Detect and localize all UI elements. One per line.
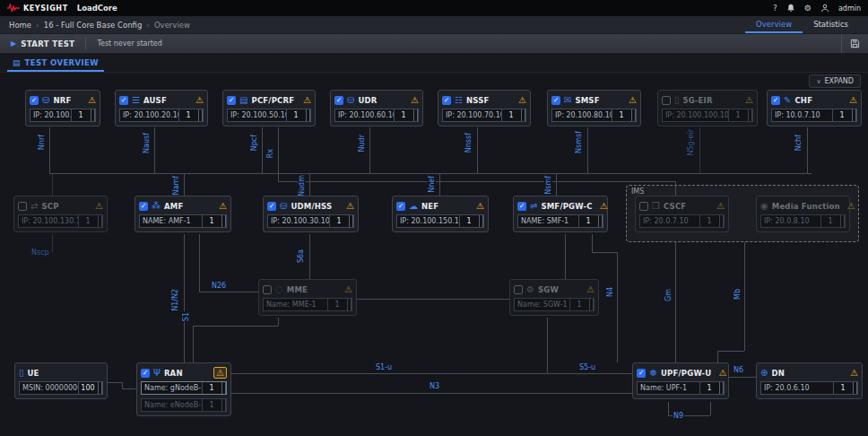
- node-checkbox[interactable]: [263, 285, 272, 294]
- warning-icon[interactable]: ⚠: [346, 201, 354, 211]
- count-field[interactable]: 1: [820, 215, 839, 227]
- warning-icon[interactable]: ⚠: [716, 201, 725, 211]
- count-field[interactable]: 1: [327, 299, 346, 310]
- node-checkbox[interactable]: [18, 202, 27, 211]
- node-upf[interactable]: ✓☸UPF/PGW-U⚠Name: UPF-11: [632, 362, 729, 399]
- node-nssf[interactable]: ✓☷NSSF⚠IP: 20.100.70.101: [438, 90, 531, 126]
- node-checkbox[interactable]: ✓: [442, 96, 451, 105]
- count-field[interactable]: 1: [286, 109, 305, 121]
- link-label-nscp: Nscp: [30, 249, 50, 257]
- expand-button[interactable]: ∨ EXPAND: [809, 74, 861, 88]
- count-field[interactable]: 1: [202, 382, 221, 394]
- warning-icon[interactable]: ⚠: [88, 95, 96, 105]
- node-checkbox[interactable]: ✓: [267, 202, 276, 211]
- wheel-icon: ☸: [649, 369, 657, 378]
- node-sgw[interactable]: ⚙SGW⚠Name: SGW-11: [509, 279, 599, 316]
- count-field[interactable]: 1: [329, 215, 348, 227]
- count-field[interactable]: 1: [699, 382, 718, 394]
- node-eir[interactable]: ▯5G-EIR⚠IP: 20.100.100.101: [657, 90, 758, 126]
- warning-icon[interactable]: ⚠: [411, 95, 419, 105]
- warning-icon[interactable]: ⚠: [586, 284, 595, 294]
- warning-icon[interactable]: ⚠: [219, 201, 227, 211]
- node-cscf[interactable]: ❒CSCF⚠IP: 20.0.7.101: [635, 196, 729, 232]
- node-checkbox[interactable]: [514, 285, 523, 294]
- node-smf[interactable]: ✓⇌SMF/PGW-C⚠NAME: SMF-11: [513, 196, 608, 232]
- warning-icon[interactable]: ⚠: [95, 201, 103, 211]
- node-chf[interactable]: ✓✎CHF⚠IP: 10.0.7.101: [767, 90, 862, 126]
- link-label-nnssf: Nnssf: [464, 132, 473, 153]
- warning-icon[interactable]: ⚠: [213, 367, 227, 379]
- count-field[interactable]: 1: [178, 109, 197, 121]
- count-field[interactable]: 1: [728, 109, 747, 121]
- username-label[interactable]: admin: [838, 4, 861, 13]
- breadcrumb-home[interactable]: Home: [9, 21, 31, 30]
- node-checkbox[interactable]: ✓: [119, 96, 128, 105]
- node-checkbox[interactable]: ✓: [771, 96, 780, 105]
- warning-icon[interactable]: ⚠: [303, 95, 311, 105]
- tab-overview[interactable]: Overview: [745, 16, 803, 33]
- node-amf[interactable]: ✓⁂AMF⚠NAME: AMF-11: [135, 196, 231, 232]
- count-field[interactable]: 1: [459, 215, 478, 227]
- node-ran[interactable]: ✓ΨRAN⚠Name: gNodeB-11Name: eNodeB-11: [136, 362, 231, 416]
- count-field[interactable]: 1: [394, 109, 412, 121]
- count-field[interactable]: 1: [202, 399, 221, 411]
- node-udm[interactable]: ✓⛁UDM/HSS⚠IP: 20.100.30.101: [263, 196, 359, 232]
- user-avatar-icon[interactable]: [820, 4, 829, 13]
- warning-icon[interactable]: ⚠: [850, 368, 858, 378]
- node-checkbox[interactable]: ✓: [637, 369, 646, 378]
- breadcrumb-config[interactable]: 16 - Full Core Base Config: [44, 21, 143, 30]
- node-checkbox[interactable]: ✓: [551, 96, 560, 105]
- node-media[interactable]: ◉Media Function⚠IP: 20.0.8.101: [756, 196, 850, 232]
- count-field[interactable]: 1: [78, 215, 97, 227]
- node-ue[interactable]: ▯UEMSIN: 000000001100: [14, 362, 108, 399]
- warning-icon[interactable]: ⚠: [745, 95, 753, 105]
- node-scp[interactable]: ⇄SCP⚠IP: 20.100.130.101: [13, 196, 108, 232]
- count-field[interactable]: 1: [569, 299, 588, 310]
- node-checkbox[interactable]: ✓: [141, 369, 150, 378]
- node-checkbox[interactable]: ✓: [227, 96, 236, 105]
- warning-icon[interactable]: ⚠: [849, 95, 857, 105]
- count-field[interactable]: 100: [78, 382, 97, 394]
- warning-icon[interactable]: ⚠: [600, 201, 608, 211]
- count-field[interactable]: 1: [71, 109, 90, 121]
- warning-icon[interactable]: ⚠: [518, 95, 526, 105]
- node-nrf[interactable]: ✓⛁NRF⚠IP: 20.100.1.101: [25, 90, 100, 126]
- count-field[interactable]: 1: [699, 215, 718, 227]
- warning-icon[interactable]: ⚠: [847, 201, 855, 211]
- node-checkbox[interactable]: ✓: [30, 96, 39, 105]
- topology-canvas[interactable]: ∨ EXPAND IMSNnrfNausfNpcfRxNudrNnssfNsms…: [0, 73, 868, 436]
- count-field[interactable]: 1: [612, 109, 630, 121]
- settings-gear-icon[interactable]: ⚙: [804, 4, 812, 13]
- node-nef[interactable]: ✓☁NEF⚠IP: 20.100.150.101: [392, 196, 489, 232]
- count-field[interactable]: 1: [501, 109, 520, 121]
- tab-statistics[interactable]: Statistics: [803, 16, 859, 33]
- warning-icon[interactable]: ⚠: [629, 95, 637, 105]
- node-checkbox[interactable]: ✓: [517, 202, 526, 211]
- save-button[interactable]: [841, 34, 868, 53]
- node-checkbox[interactable]: [639, 202, 648, 211]
- count-field[interactable]: 1: [833, 382, 852, 394]
- warning-icon[interactable]: ⚠: [476, 201, 484, 211]
- node-mme[interactable]: ◌MME⚠Name: MME-11: [258, 279, 357, 316]
- connection-line: [231, 373, 547, 374]
- node-checkbox[interactable]: ✓: [396, 202, 405, 211]
- node-dn[interactable]: ⊕DN⚠IP: 20.0.6.101: [756, 362, 863, 399]
- help-icon[interactable]: ?: [773, 4, 777, 13]
- node-pcf[interactable]: ✓▤PCF/PCRF⚠IP: 20.100.50.101: [222, 90, 316, 126]
- notifications-bell-icon[interactable]: [786, 4, 795, 13]
- count-field[interactable]: 1: [832, 109, 851, 121]
- node-ausf[interactable]: ✓☰AUSF⚠IP: 20.100.20.101: [115, 90, 208, 126]
- warning-icon[interactable]: ⚠: [718, 368, 726, 378]
- count-field[interactable]: 1: [578, 215, 597, 227]
- node-checkbox[interactable]: ✓: [334, 96, 343, 105]
- node-header: ✓☰AUSF⚠: [116, 91, 207, 109]
- warning-icon[interactable]: ⚠: [344, 284, 352, 294]
- node-checkbox[interactable]: [662, 96, 671, 105]
- count-field[interactable]: 1: [202, 215, 221, 227]
- node-checkbox[interactable]: ✓: [139, 202, 148, 211]
- start-test-button[interactable]: ▶ START TEST: [0, 34, 85, 53]
- node-udr[interactable]: ✓⛁UDR⚠IP: 20.100.60.101: [330, 90, 423, 126]
- warning-icon[interactable]: ⚠: [195, 95, 204, 105]
- node-smsf[interactable]: ✓✉SMSF⚠IP: 20.100.80.101: [547, 90, 641, 126]
- tab-test-overview[interactable]: ▤ TEST OVERVIEW: [7, 58, 104, 72]
